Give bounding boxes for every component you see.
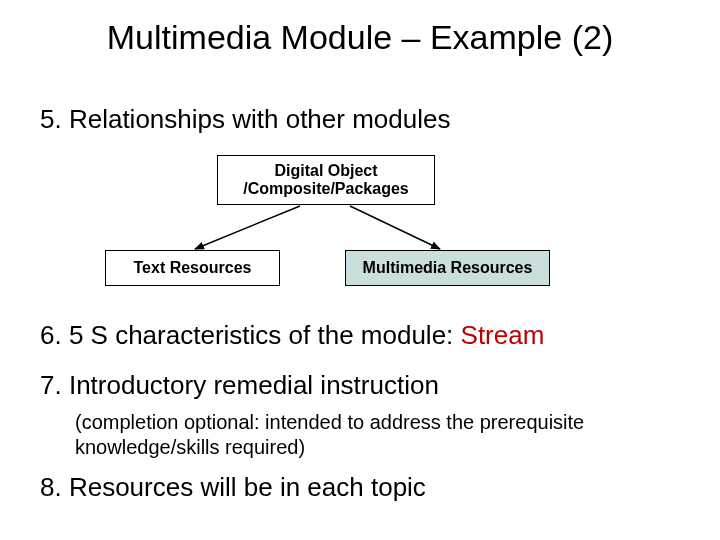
diagram-box-top-line1: Digital Object [274, 162, 377, 179]
list-item-5: 5. Relationships with other modules [40, 104, 450, 135]
slide-title: Multimedia Module – Example (2) [0, 18, 720, 57]
diagram-box-text-resources: Text Resources [105, 250, 280, 286]
diagram-box-left-label: Text Resources [134, 259, 252, 277]
svg-line-1 [350, 206, 440, 249]
diagram-box-top-line2: /Composite/Packages [243, 180, 408, 197]
diagram-box-right-label: Multimedia Resources [363, 259, 533, 277]
diagram-box-multimedia-resources: Multimedia Resources [345, 250, 550, 286]
svg-line-0 [195, 206, 300, 249]
list-item-7-subtext: (completion optional: intended to addres… [75, 410, 665, 460]
list-item-6-prefix: 6. 5 S characteristics of the module: [40, 320, 461, 350]
diagram-box-digital-object: Digital Object /Composite/Packages [217, 155, 435, 205]
list-item-8: 8. Resources will be in each topic [40, 472, 426, 503]
list-item-6: 6. 5 S characteristics of the module: St… [40, 320, 544, 351]
list-item-6-highlight: Stream [461, 320, 545, 350]
list-item-7: 7. Introductory remedial instruction [40, 370, 439, 401]
slide: Multimedia Module – Example (2) 5. Relat… [0, 0, 720, 540]
